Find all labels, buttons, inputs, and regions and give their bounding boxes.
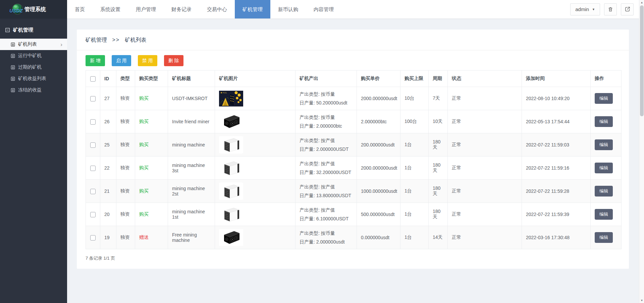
cell-buy-type: 购买 (135, 203, 168, 226)
cell-period: 180天 (429, 180, 448, 203)
row-checkbox[interactable] (90, 166, 96, 171)
cell-price: 2.000000btc (357, 110, 400, 133)
cell-image: POOL (215, 87, 296, 110)
toolbar: 新 增 启 用 禁 用 删 除 (77, 50, 629, 70)
edit-button[interactable]: 编辑 (595, 186, 613, 197)
column-header: 购买单价 (357, 71, 400, 87)
scrollbar[interactable]: ▲ ▼ (639, 0, 644, 303)
cell-title: Invite friend miner (168, 110, 215, 133)
buy-type-label: 购买 (139, 211, 149, 217)
nav-tab[interactable]: 财务记录 (164, 0, 199, 18)
output-daily: 日产量: 2.000000usdt (300, 237, 353, 246)
nav-tab[interactable]: 内容管理 (306, 0, 341, 18)
black-box-miner-image (219, 229, 243, 246)
column-header: 操作 (591, 71, 622, 87)
output-daily: 日产量: 13.800000USDT (300, 191, 353, 200)
logout-icon (625, 6, 630, 12)
nav-tab[interactable]: 首页 (67, 0, 93, 18)
cell-price: 0.000000usdt (357, 226, 400, 249)
main-content: 矿机管理 >> 矿机列表 新 增 启 用 禁 用 删 除 ID类型购买类型矿机标… (67, 18, 639, 303)
enable-button[interactable]: 启 用 (112, 55, 131, 66)
sidebar-item[interactable]: 运行中矿机 (0, 50, 67, 61)
scroll-thumb[interactable] (640, 5, 644, 116)
cell-price: 500.000000usdt (357, 203, 400, 226)
cell-buy-type: 购买 (135, 180, 168, 203)
cell-output: 产出类型: 按产值日产量: 2.000000USDT (296, 133, 357, 157)
sidebar-item[interactable]: 过期的矿机 (0, 61, 67, 73)
cell-actions: 编辑 (591, 110, 622, 133)
edit-button[interactable]: 编辑 (595, 232, 613, 243)
cell-output: 产出类型: 按产值日产量: 32.200000USDT (296, 157, 357, 180)
buy-type-label: 购买 (139, 142, 149, 147)
cell-output: 产出类型: 按产值日产量: 13.800000USDT (296, 180, 357, 203)
nav-tab[interactable]: 交易中心 (199, 0, 235, 18)
add-button[interactable]: 新 增 (86, 55, 105, 66)
logout-button[interactable] (621, 3, 634, 15)
cell-image (215, 180, 296, 203)
nav-tab[interactable]: 系统设置 (93, 0, 128, 18)
trash-button[interactable] (604, 3, 617, 15)
cell-limit: 1台 (400, 157, 429, 180)
edit-button[interactable]: 编辑 (595, 116, 613, 127)
row-checkbox[interactable] (90, 189, 96, 194)
white-asic-miner-image (219, 183, 243, 200)
table-wrap: ID类型购买类型矿机标题矿机图片矿机产出购买单价购买上限周期状态添加时间操作 2… (77, 70, 629, 249)
cell-added-time: 2022-07-22 11:59:16 (522, 157, 591, 180)
sidebar: 矿机管理 矿机列表›运行中矿机过期的矿机矿机收益列表冻结的收益 (0, 18, 67, 303)
sidebar-group-title[interactable]: 矿机管理 (0, 18, 67, 39)
cell-added-time: 2022-07-22 11:59:28 (522, 180, 591, 203)
row-checkbox[interactable] (90, 96, 96, 101)
table-row: 22独资购买mining machine 3st产出类型: 按产值日产量: 32… (86, 157, 622, 180)
minus-square-icon (5, 28, 10, 32)
cell-period: 10天 (429, 110, 448, 133)
scroll-up-icon[interactable]: ▲ (639, 0, 644, 5)
list-icon (11, 54, 15, 58)
sidebar-group-label: 矿机管理 (13, 27, 33, 33)
cell-output: 产出类型: 按币量日产量: 2.000000btc (296, 110, 357, 133)
cell-added-time: 2022-05-13 17:54:44 (522, 110, 591, 133)
cell-type: 独资 (116, 133, 135, 157)
sidebar-item-label: 矿机收益列表 (18, 76, 46, 82)
row-checkbox[interactable] (90, 119, 96, 125)
scroll-down-icon[interactable]: ▼ (639, 298, 644, 303)
table-header-row: ID类型购买类型矿机标题矿机图片矿机产出购买单价购买上限周期状态添加时间操作 (86, 71, 622, 87)
admin-label: admin (575, 6, 589, 12)
cell-output: 产出类型: 按币量日产量: 50.200000usdt (296, 87, 357, 110)
cell-status: 正常 (448, 226, 522, 249)
row-checkbox[interactable] (90, 235, 96, 241)
cell-period: 180天 (429, 203, 448, 226)
cell-checkbox (86, 203, 100, 226)
table-row: 26独资购买Invite friend miner产出类型: 按币量日产量: 2… (86, 110, 622, 133)
cell-output: 产出类型: 按产值日产量: 6.100000USDT (296, 203, 357, 226)
table-row: 25独资购买mining machine产出类型: 按产值日产量: 2.0000… (86, 133, 622, 157)
breadcrumb-current: 矿机列表 (125, 37, 147, 43)
row-checkbox[interactable] (90, 142, 96, 148)
cell-limit: 10台 (400, 87, 429, 110)
select-all-checkbox[interactable] (90, 76, 96, 82)
delete-button[interactable]: 删 除 (164, 55, 183, 66)
trash-icon (608, 6, 613, 12)
output-type: 产出类型: 按币量 (300, 90, 353, 98)
output-daily: 日产量: 6.100000USDT (300, 214, 353, 223)
row-checkbox[interactable] (90, 212, 96, 217)
cell-added-time: 2022-07-22 11:59:39 (522, 203, 591, 226)
admin-menu-button[interactable]: admin ▼ (570, 3, 600, 15)
nav-tab[interactable]: 矿机管理 (235, 0, 270, 18)
cell-id: 19 (100, 226, 116, 249)
nav-tab[interactable]: 用户管理 (128, 0, 164, 18)
nav-tab[interactable]: 新币认购 (270, 0, 306, 18)
cell-title: mining machine 2st (168, 180, 215, 203)
sidebar-item[interactable]: 冻结的收益 (0, 84, 67, 96)
sidebar-item[interactable]: 矿机收益列表 (0, 73, 67, 84)
cell-image (215, 226, 296, 249)
cell-checkbox (86, 226, 100, 249)
edit-button[interactable]: 编辑 (595, 93, 613, 104)
sidebar-item[interactable]: 矿机列表› (0, 39, 67, 50)
output-daily: 日产量: 2.000000USDT (300, 145, 353, 154)
sidebar-item-label: 矿机列表 (18, 41, 37, 47)
cell-actions: 编辑 (591, 157, 622, 180)
edit-button[interactable]: 编辑 (595, 163, 613, 173)
edit-button[interactable]: 编辑 (595, 209, 613, 220)
disable-button[interactable]: 禁 用 (138, 55, 157, 66)
edit-button[interactable]: 编辑 (595, 139, 613, 150)
